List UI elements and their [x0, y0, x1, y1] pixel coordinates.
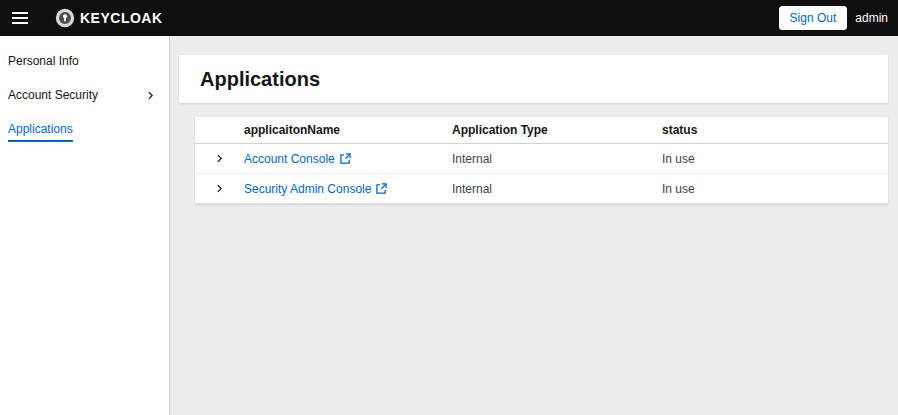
- application-type-cell: Internal: [452, 152, 662, 166]
- sign-out-button[interactable]: Sign Out: [779, 6, 848, 30]
- main-content: Applications applicaitonName Application…: [171, 36, 898, 415]
- row-expand-toggle[interactable]: [210, 179, 230, 199]
- page-title-card: Applications: [179, 55, 888, 103]
- masthead-right: Sign Out admin: [779, 6, 890, 30]
- sidebar-item-label: Applications: [8, 122, 73, 142]
- external-link-icon: [340, 153, 351, 164]
- sidebar-item-label: Account Security: [8, 88, 98, 102]
- application-type-cell: Internal: [452, 182, 662, 196]
- column-header-application-type: Application Type: [452, 123, 662, 137]
- column-header-application-name: applicaitonName: [244, 123, 452, 137]
- application-status-cell: In use: [662, 152, 888, 166]
- username-label: admin: [855, 11, 890, 25]
- application-link-security-admin-console[interactable]: Security Admin Console: [244, 182, 387, 196]
- table-row: Account Console Internal In use: [195, 144, 888, 174]
- external-link-icon: [376, 183, 387, 194]
- brand: KEYCLOAK: [54, 7, 163, 29]
- application-link-label: Account Console: [244, 152, 335, 166]
- masthead: KEYCLOAK Sign Out admin: [0, 0, 898, 36]
- hamburger-menu-icon[interactable]: [10, 4, 40, 32]
- sidebar-item-personal-info[interactable]: Personal Info: [0, 44, 169, 78]
- chevron-right-icon: [146, 91, 155, 100]
- sidebar-item-label: Personal Info: [8, 54, 79, 68]
- keycloak-logo-icon: [54, 7, 76, 29]
- chevron-right-icon: [215, 153, 224, 164]
- application-link-account-console[interactable]: Account Console: [244, 152, 351, 166]
- row-expand-toggle[interactable]: [210, 149, 230, 169]
- applications-table: applicaitonName Application Type status …: [195, 117, 888, 204]
- application-link-label: Security Admin Console: [244, 182, 371, 196]
- table-header-row: applicaitonName Application Type status: [195, 117, 888, 144]
- column-header-status: status: [662, 123, 888, 137]
- sidebar-item-account-security[interactable]: Account Security: [0, 78, 169, 112]
- chevron-right-icon: [215, 183, 224, 194]
- brand-name: KEYCLOAK: [80, 10, 163, 26]
- table-row: Security Admin Console Internal In use: [195, 174, 888, 204]
- sidebar: Personal Info Account Security Applicati…: [0, 36, 170, 415]
- sidebar-item-applications[interactable]: Applications: [0, 112, 169, 152]
- application-status-cell: In use: [662, 182, 888, 196]
- page-title: Applications: [200, 68, 320, 91]
